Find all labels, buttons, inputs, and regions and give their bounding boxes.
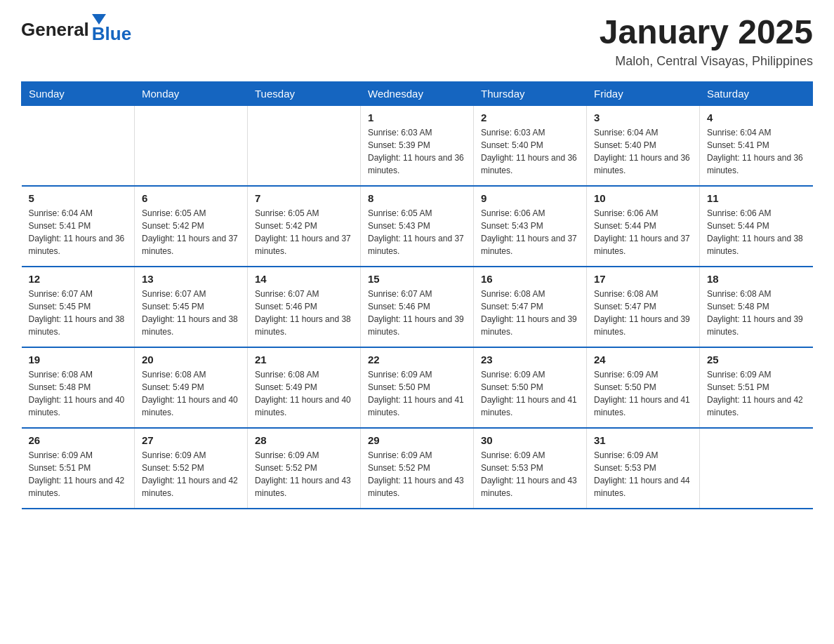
column-header-tuesday: Tuesday (248, 81, 361, 105)
day-number: 4 (707, 112, 806, 123)
day-number: 20 (142, 354, 240, 365)
day-info: Sunrise: 6:05 AM Sunset: 5:42 PM Dayligh… (142, 207, 240, 257)
calendar-cell: 10Sunrise: 6:06 AM Sunset: 5:44 PM Dayli… (587, 186, 700, 267)
day-number: 8 (368, 192, 466, 204)
calendar-cell: 5Sunrise: 6:04 AM Sunset: 5:41 PM Daylig… (22, 186, 135, 267)
page-title: January 2025 (600, 14, 813, 51)
calendar-cell: 28Sunrise: 6:09 AM Sunset: 5:52 PM Dayli… (248, 428, 361, 509)
day-info: Sunrise: 6:06 AM Sunset: 5:43 PM Dayligh… (481, 207, 579, 257)
day-info: Sunrise: 6:09 AM Sunset: 5:52 PM Dayligh… (255, 449, 353, 499)
day-number: 15 (368, 273, 466, 285)
calendar-cell: 22Sunrise: 6:09 AM Sunset: 5:50 PM Dayli… (361, 347, 474, 428)
day-info: Sunrise: 6:04 AM Sunset: 5:41 PM Dayligh… (707, 126, 806, 177)
day-number: 13 (142, 273, 240, 285)
calendar-cell (700, 428, 813, 509)
calendar-week-row: 1Sunrise: 6:03 AM Sunset: 5:39 PM Daylig… (22, 105, 813, 186)
calendar-cell: 16Sunrise: 6:08 AM Sunset: 5:47 PM Dayli… (474, 267, 587, 347)
day-info: Sunrise: 6:08 AM Sunset: 5:47 PM Dayligh… (481, 288, 579, 338)
day-info: Sunrise: 6:03 AM Sunset: 5:39 PM Dayligh… (368, 126, 466, 177)
day-info: Sunrise: 6:06 AM Sunset: 5:44 PM Dayligh… (707, 207, 806, 257)
day-number: 6 (142, 192, 240, 204)
column-header-wednesday: Wednesday (361, 81, 474, 105)
logo-text-blue: Blue (92, 23, 131, 45)
column-header-sunday: Sunday (22, 81, 135, 105)
day-info: Sunrise: 6:09 AM Sunset: 5:53 PM Dayligh… (481, 449, 579, 499)
day-number: 31 (594, 434, 692, 446)
day-info: Sunrise: 6:09 AM Sunset: 5:52 PM Dayligh… (142, 449, 240, 499)
calendar-cell: 1Sunrise: 6:03 AM Sunset: 5:39 PM Daylig… (361, 105, 474, 186)
day-info: Sunrise: 6:07 AM Sunset: 5:46 PM Dayligh… (255, 288, 353, 338)
day-number: 22 (368, 354, 466, 365)
calendar-cell: 14Sunrise: 6:07 AM Sunset: 5:46 PM Dayli… (248, 267, 361, 347)
column-header-thursday: Thursday (474, 81, 587, 105)
day-number: 19 (29, 354, 128, 365)
day-info: Sunrise: 6:08 AM Sunset: 5:49 PM Dayligh… (255, 368, 353, 419)
day-info: Sunrise: 6:05 AM Sunset: 5:43 PM Dayligh… (368, 207, 466, 257)
calendar-week-row: 19Sunrise: 6:08 AM Sunset: 5:48 PM Dayli… (22, 347, 813, 428)
calendar-cell: 20Sunrise: 6:08 AM Sunset: 5:49 PM Dayli… (135, 347, 248, 428)
calendar-cell: 25Sunrise: 6:09 AM Sunset: 5:51 PM Dayli… (700, 347, 813, 428)
day-number: 30 (481, 434, 579, 446)
day-info: Sunrise: 6:05 AM Sunset: 5:42 PM Dayligh… (255, 207, 353, 257)
day-info: Sunrise: 6:04 AM Sunset: 5:40 PM Dayligh… (594, 126, 692, 177)
day-number: 26 (29, 434, 128, 446)
calendar-cell: 7Sunrise: 6:05 AM Sunset: 5:42 PM Daylig… (248, 186, 361, 267)
title-section: January 2025 Maloh, Central Visayas, Phi… (600, 14, 813, 69)
page-subtitle: Maloh, Central Visayas, Philippines (600, 54, 813, 69)
calendar-cell: 15Sunrise: 6:07 AM Sunset: 5:46 PM Dayli… (361, 267, 474, 347)
day-info: Sunrise: 6:07 AM Sunset: 5:46 PM Dayligh… (368, 288, 466, 338)
day-info: Sunrise: 6:04 AM Sunset: 5:41 PM Dayligh… (29, 207, 128, 257)
calendar-table: SundayMondayTuesdayWednesdayThursdayFrid… (21, 81, 813, 510)
day-info: Sunrise: 6:08 AM Sunset: 5:48 PM Dayligh… (29, 368, 128, 419)
day-info: Sunrise: 6:06 AM Sunset: 5:44 PM Dayligh… (594, 207, 692, 257)
calendar-cell: 13Sunrise: 6:07 AM Sunset: 5:45 PM Dayli… (135, 267, 248, 347)
logo-text-general: General (21, 19, 89, 41)
day-info: Sunrise: 6:08 AM Sunset: 5:49 PM Dayligh… (142, 368, 240, 419)
day-number: 2 (481, 112, 579, 123)
page-header: General Blue January 2025 Maloh, Central… (21, 14, 813, 69)
day-number: 28 (255, 434, 353, 446)
calendar-cell: 29Sunrise: 6:09 AM Sunset: 5:52 PM Dayli… (361, 428, 474, 509)
day-number: 29 (368, 434, 466, 446)
calendar-cell: 11Sunrise: 6:06 AM Sunset: 5:44 PM Dayli… (700, 186, 813, 267)
calendar-cell: 27Sunrise: 6:09 AM Sunset: 5:52 PM Dayli… (135, 428, 248, 509)
logo: General Blue (21, 14, 131, 45)
day-info: Sunrise: 6:08 AM Sunset: 5:48 PM Dayligh… (707, 288, 806, 338)
day-number: 9 (481, 192, 579, 204)
day-info: Sunrise: 6:07 AM Sunset: 5:45 PM Dayligh… (29, 288, 128, 338)
day-number: 18 (707, 273, 806, 285)
calendar-cell (22, 105, 135, 186)
day-info: Sunrise: 6:07 AM Sunset: 5:45 PM Dayligh… (142, 288, 240, 338)
calendar-week-row: 26Sunrise: 6:09 AM Sunset: 5:51 PM Dayli… (22, 428, 813, 509)
calendar-cell (135, 105, 248, 186)
calendar-cell: 26Sunrise: 6:09 AM Sunset: 5:51 PM Dayli… (22, 428, 135, 509)
calendar-cell: 12Sunrise: 6:07 AM Sunset: 5:45 PM Dayli… (22, 267, 135, 347)
calendar-header-row: SundayMondayTuesdayWednesdayThursdayFrid… (22, 81, 813, 105)
day-number: 14 (255, 273, 353, 285)
calendar-cell: 17Sunrise: 6:08 AM Sunset: 5:47 PM Dayli… (587, 267, 700, 347)
day-info: Sunrise: 6:03 AM Sunset: 5:40 PM Dayligh… (481, 126, 579, 177)
day-info: Sunrise: 6:09 AM Sunset: 5:51 PM Dayligh… (29, 449, 128, 499)
calendar-cell: 24Sunrise: 6:09 AM Sunset: 5:50 PM Dayli… (587, 347, 700, 428)
calendar-cell: 9Sunrise: 6:06 AM Sunset: 5:43 PM Daylig… (474, 186, 587, 267)
day-number: 24 (594, 354, 692, 365)
calendar-cell: 23Sunrise: 6:09 AM Sunset: 5:50 PM Dayli… (474, 347, 587, 428)
calendar-cell: 30Sunrise: 6:09 AM Sunset: 5:53 PM Dayli… (474, 428, 587, 509)
day-info: Sunrise: 6:09 AM Sunset: 5:53 PM Dayligh… (594, 449, 692, 499)
calendar-cell: 4Sunrise: 6:04 AM Sunset: 5:41 PM Daylig… (700, 105, 813, 186)
day-number: 21 (255, 354, 353, 365)
day-info: Sunrise: 6:09 AM Sunset: 5:52 PM Dayligh… (368, 449, 466, 499)
column-header-monday: Monday (135, 81, 248, 105)
day-info: Sunrise: 6:09 AM Sunset: 5:50 PM Dayligh… (594, 368, 692, 419)
day-number: 17 (594, 273, 692, 285)
day-info: Sunrise: 6:09 AM Sunset: 5:50 PM Dayligh… (368, 368, 466, 419)
day-number: 16 (481, 273, 579, 285)
calendar-cell (248, 105, 361, 186)
day-info: Sunrise: 6:09 AM Sunset: 5:51 PM Dayligh… (707, 368, 806, 419)
day-number: 5 (29, 192, 128, 204)
column-header-saturday: Saturday (700, 81, 813, 105)
calendar-cell: 2Sunrise: 6:03 AM Sunset: 5:40 PM Daylig… (474, 105, 587, 186)
day-number: 7 (255, 192, 353, 204)
day-number: 12 (29, 273, 128, 285)
calendar-cell: 21Sunrise: 6:08 AM Sunset: 5:49 PM Dayli… (248, 347, 361, 428)
